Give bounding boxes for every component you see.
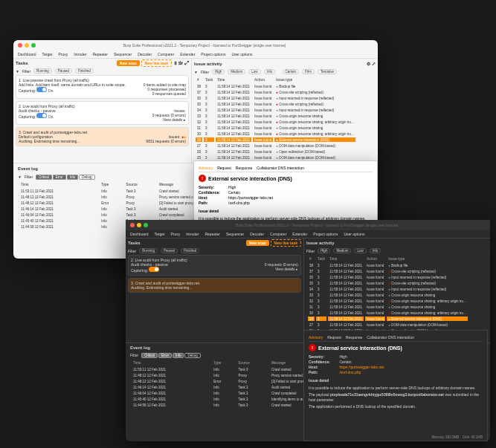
issue-row[interactable]: 37311:58:14 12 Feb 2021Issue found● Cros… — [196, 90, 355, 94]
issue-row[interactable]: 31311:58:14 12 Feb 2021Issue found● Cros… — [308, 305, 468, 309]
issue-row[interactable]: 25311:58:14 12 Feb 2021Issue found● DOM … — [196, 155, 355, 160]
tab-user-options[interactable]: User options — [231, 52, 252, 56]
col-time[interactable]: Time — [216, 77, 251, 82]
tab-intruder[interactable]: Intruder — [74, 52, 86, 56]
sev-low[interactable]: Low — [354, 248, 366, 253]
col-num[interactable]: # — [308, 256, 315, 262]
gear-icon[interactable]: ⚙ — [367, 62, 370, 66]
tab-repeater[interactable]: Repeater — [92, 52, 108, 56]
col-source[interactable]: Source — [124, 182, 156, 187]
filter-icon[interactable]: ▼ — [194, 70, 198, 74]
close-icon[interactable] — [130, 223, 135, 227]
level-critical[interactable]: Critical — [141, 353, 158, 358]
tab-comparer[interactable]: Comparer — [158, 52, 174, 56]
issue-row[interactable]: 34311:58:14 12 Feb 2021Issue found● Inpu… — [308, 287, 468, 291]
tab-proxy[interactable]: Proxy — [58, 52, 68, 56]
issue-row[interactable]: 35311:58:14 12 Feb 2021Issue found● Inpu… — [196, 96, 355, 100]
issue-row[interactable]: 26311:58:14 12 Feb 2021Issue found● Open… — [196, 149, 355, 154]
tab-project-options[interactable]: Project options — [201, 52, 225, 56]
tab-decoder[interactable]: Decoder — [138, 52, 152, 56]
minimize-icon[interactable] — [25, 43, 29, 48]
tab-request[interactable]: Request — [327, 335, 341, 340]
sev-info[interactable]: Info — [264, 69, 276, 74]
issue-row[interactable]: 29311:58:14 12 Feb 2021Issue found● Exte… — [196, 137, 355, 142]
issue-row[interactable]: 27311:58:14 12 Feb 2021Issue found● DOM … — [196, 143, 355, 148]
close-icon[interactable] — [18, 43, 22, 48]
sev-medium[interactable]: Medium — [228, 69, 245, 74]
filter-icon[interactable]: ▼ — [16, 69, 19, 74]
tab-project-options[interactable]: Project options — [313, 232, 338, 236]
col-type[interactable]: Type — [100, 182, 123, 187]
col-time[interactable]: Time — [328, 256, 364, 262]
filter-paused[interactable]: Paused — [55, 68, 72, 74]
gear-icon[interactable]: ⚙ — [178, 61, 183, 65]
sev-medium[interactable]: Medium — [333, 248, 351, 253]
level-info[interactable]: Info — [67, 175, 79, 180]
tab-sequencer[interactable]: Sequencer — [226, 232, 244, 236]
conf-tentative[interactable]: Tentative — [318, 69, 337, 74]
filter-paused[interactable]: Paused — [161, 248, 178, 253]
issue-row[interactable]: 35311:58:14 12 Feb 2021Issue found● Inpu… — [308, 275, 468, 279]
new-live-task-button[interactable]: New live task — [271, 239, 301, 247]
filter-finished[interactable]: Finished — [181, 248, 199, 253]
filter-finished[interactable]: Finished — [75, 68, 94, 74]
tab-advisory[interactable]: Advisory — [309, 335, 323, 340]
task-2[interactable]: 2. Live audit from Proxy (all traffic) A… — [16, 101, 189, 125]
tab-sequencer[interactable]: Sequencer — [114, 52, 132, 56]
tab-decoder[interactable]: Decoder — [250, 232, 264, 236]
task-3[interactable]: 3. Crawl and audit of portswigger-labs.n… — [128, 278, 301, 293]
col-type[interactable]: Issue type — [387, 256, 468, 262]
issue-row[interactable]: 31311:58:14 12 Feb 2021Issue found● Cros… — [196, 126, 355, 130]
filter-running[interactable]: Running — [139, 248, 158, 253]
task-2[interactable]: 2. Live audit from Proxy (all traffic) A… — [128, 255, 301, 276]
col-action[interactable]: Action — [365, 256, 385, 262]
level-debug[interactable]: Debug — [79, 175, 94, 180]
task-3[interactable]: 3. Crawl and audit of portswigger-labs.n… — [16, 127, 189, 146]
tab-collaborator[interactable]: Collaborator DNS interaction — [257, 166, 304, 170]
view-details-link[interactable]: View details ▸ — [265, 267, 298, 271]
tab-target[interactable]: Target — [154, 232, 164, 236]
col-time[interactable]: Time — [19, 182, 98, 187]
tab-target[interactable]: Target — [42, 52, 52, 56]
sev-high[interactable]: High — [212, 69, 225, 74]
issue-row[interactable]: 30311:58:14 12 Feb 2021Issue found● Cros… — [308, 311, 468, 315]
col-type[interactable]: Type — [212, 360, 235, 366]
tab-extender[interactable]: Extender — [292, 232, 307, 236]
pause-icon[interactable]: ⏸ — [173, 61, 178, 65]
issue-row[interactable]: 33311:58:14 12 Feb 2021Issue found● Cros… — [196, 114, 355, 118]
conf-certain[interactable]: Certain — [283, 69, 300, 74]
sev-info[interactable]: Info — [370, 248, 381, 253]
issue-row[interactable]: 32311:58:14 12 Feb 2021Issue found● Cros… — [196, 120, 355, 124]
tab-user-options[interactable]: User options — [344, 232, 364, 236]
tab-dashboard[interactable]: Dashboard — [18, 52, 36, 56]
col-action[interactable]: Action — [253, 77, 273, 82]
issue-row[interactable]: 30311:58:14 12 Feb 2021Issue found● Cros… — [196, 132, 355, 136]
new-scan-button[interactable]: New scan — [117, 60, 140, 66]
minimize-icon[interactable] — [137, 223, 141, 227]
task-1[interactable]: 1. Live passive crawl from Proxy (all tr… — [16, 75, 189, 99]
tab-response[interactable]: Response — [236, 166, 253, 170]
filter-running[interactable]: Running — [33, 68, 52, 74]
level-info[interactable]: Info — [173, 353, 184, 358]
level-debug[interactable]: Debug — [184, 353, 200, 358]
col-source[interactable]: Source — [236, 360, 268, 366]
issue-row[interactable]: 37311:58:14 12 Feb 2021Issue found● Cros… — [308, 269, 468, 273]
col-num[interactable]: # — [196, 77, 202, 82]
level-error[interactable]: Error — [53, 175, 66, 180]
issue-row[interactable]: 38311:58:14 12 Feb 2021Issue found● Back… — [308, 263, 468, 267]
issue-row[interactable]: 34311:58:14 12 Feb 2021Issue found● Inpu… — [196, 108, 355, 112]
issue-row[interactable]: 29311:58:14 12 Feb 2021Issue found● Exte… — [308, 316, 468, 321]
tab-advisory[interactable]: Advisory — [199, 166, 213, 170]
col-time[interactable]: Time — [132, 360, 210, 366]
issue-row[interactable]: 27311:58:14 12 Feb 2021Issue found● DOM … — [308, 322, 468, 327]
view-details-link[interactable]: View details ▸ — [152, 117, 186, 122]
host-value[interactable]: https://portswigger-labs.net — [339, 365, 384, 369]
level-error[interactable]: Error — [158, 353, 172, 358]
col-type[interactable]: Issue type — [274, 77, 355, 82]
expand-icon[interactable]: ⤢ — [372, 62, 376, 66]
tab-collaborator[interactable]: Collaborator DNS interaction — [367, 335, 414, 340]
tab-proxy[interactable]: Proxy — [170, 232, 180, 236]
capturing-toggle[interactable] — [36, 87, 47, 92]
level-critical[interactable]: Critical — [36, 175, 52, 180]
issue-row[interactable]: 33311:58:14 12 Feb 2021Issue found● Cros… — [308, 293, 468, 297]
